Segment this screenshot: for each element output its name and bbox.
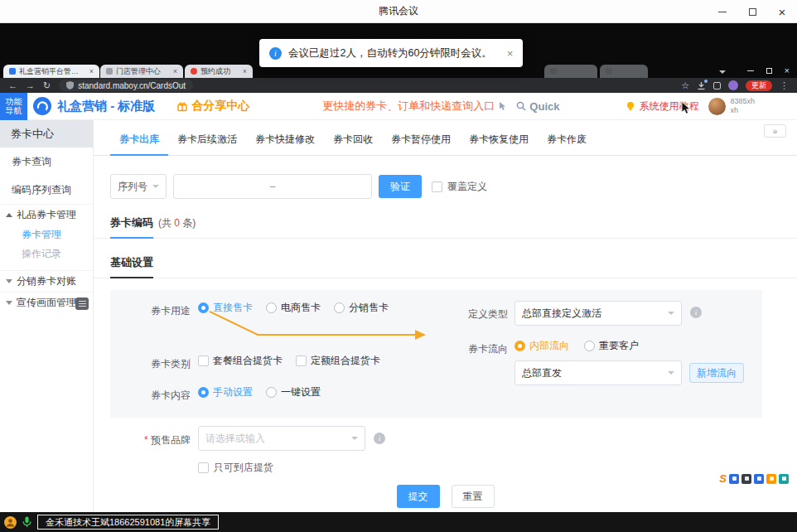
avatar bbox=[708, 98, 726, 115]
sidebar-group-distribution[interactable]: 分销券卡对账 bbox=[0, 270, 93, 292]
tab-search-caret-icon[interactable] bbox=[719, 70, 726, 74]
brand-title: 礼盒营销 - 标准版 bbox=[57, 99, 155, 114]
info-icon[interactable]: i bbox=[374, 433, 385, 444]
bookmark-star-icon[interactable]: ☆ bbox=[681, 81, 689, 90]
presale-brand-label: 预售品牌 bbox=[151, 434, 191, 446]
browser-profile-avatar[interactable] bbox=[728, 80, 738, 90]
browser-addressbar: ← → ↻ standard.maboy.cn/CardsOut ☆ bbox=[0, 78, 797, 93]
ime-icon[interactable] bbox=[779, 474, 789, 484]
checkbox-icon bbox=[296, 355, 307, 366]
ime-icon[interactable] bbox=[766, 474, 776, 484]
serial-type-select[interactable]: 序列号 bbox=[110, 174, 167, 199]
store-pickup-option[interactable]: 只可到店提货 bbox=[198, 461, 797, 475]
radio-off-icon bbox=[266, 387, 277, 398]
extensions-icon[interactable] bbox=[713, 82, 721, 89]
tab-card-activation[interactable]: 券卡后续激活 bbox=[168, 130, 246, 155]
minimize-button[interactable] bbox=[708, 0, 737, 23]
reload-icon[interactable]: ↻ bbox=[43, 81, 51, 90]
add-flow-button[interactable]: 新增流向 bbox=[689, 363, 744, 383]
ime-icon[interactable] bbox=[754, 474, 764, 484]
card-flow-label: 券卡流向 bbox=[468, 342, 508, 356]
tab-close-icon[interactable]: × bbox=[173, 67, 177, 75]
browser-tab-store[interactable]: 门店管理中心 × bbox=[100, 65, 183, 78]
maximize-button[interactable] bbox=[737, 0, 767, 23]
meeting-title: 腾讯会议 bbox=[0, 0, 797, 22]
radio-direct-sale[interactable]: 直接售卡 bbox=[198, 301, 253, 315]
sidebar-item-card-query[interactable]: 券卡查询 bbox=[0, 148, 93, 176]
gift-icon bbox=[176, 100, 188, 112]
radio-distribution-sale[interactable]: 分销售卡 bbox=[334, 301, 389, 315]
tab-card-recycle[interactable]: 券卡回收 bbox=[324, 130, 382, 155]
radio-key-customer[interactable]: 重要客户 bbox=[584, 339, 639, 353]
sidebar-item-card-management[interactable]: 券卡管理 bbox=[0, 225, 93, 244]
chevron-down-icon bbox=[668, 312, 674, 315]
user-account[interactable]: 8385xh xh bbox=[708, 97, 760, 116]
serial-search-row: 序列号 验证 覆盖定义 bbox=[110, 174, 797, 199]
presale-brand-input[interactable] bbox=[205, 433, 351, 444]
promo-link[interactable]: 更快捷的券卡、订单和快递查询入口 bbox=[322, 99, 508, 114]
checkbox-icon bbox=[198, 462, 209, 473]
sidebar-group-gift-cards[interactable]: 礼品券卡管理 bbox=[0, 204, 93, 225]
sidebar-item-operation-log[interactable]: 操作记录 bbox=[0, 244, 93, 264]
browser-minimize-icon[interactable] bbox=[747, 70, 754, 71]
tab-card-quick-edit[interactable]: 券卡快捷修改 bbox=[246, 130, 324, 155]
sidebar-collapse-toggle[interactable] bbox=[75, 297, 89, 310]
flow-target-select[interactable]: 总部直发 bbox=[514, 360, 682, 385]
radio-one-click-setup[interactable]: 一键设置 bbox=[266, 385, 321, 399]
url-box[interactable]: standard.maboy.cn/CardsOut bbox=[59, 80, 193, 91]
settings-panel: 券卡用途 直接售卡 电商售卡 bbox=[110, 290, 762, 418]
usage-label: 券卡用途 bbox=[110, 304, 191, 318]
tab-close-icon[interactable]: × bbox=[243, 67, 247, 75]
verify-button[interactable]: 验证 bbox=[379, 175, 422, 198]
browser-menu-icon[interactable]: ⋮ bbox=[780, 81, 789, 90]
checkbox-fixed-combo-pickup-card[interactable]: 定额组合提货卡 bbox=[296, 354, 380, 368]
sidebar-item-code-query[interactable]: 编码序列查询 bbox=[0, 176, 93, 204]
tab-card-resume[interactable]: 券卡恢复使用 bbox=[460, 130, 538, 155]
browser-tab-partial[interactable] bbox=[600, 65, 648, 78]
card-tabs: 券卡出库 券卡后续激活 券卡快捷修改 券卡回收 券卡暂停使用 券卡恢复使用 券卡… bbox=[94, 130, 797, 156]
close-button[interactable]: × bbox=[767, 0, 797, 23]
site-shield-icon bbox=[66, 81, 74, 89]
ime-toolbar: S bbox=[719, 473, 789, 484]
tab-card-void[interactable]: 券卡作废 bbox=[538, 130, 596, 155]
submit-button[interactable]: 提交 bbox=[397, 485, 440, 508]
ime-icon[interactable] bbox=[729, 474, 739, 484]
tab-card-outbound[interactable]: 券卡出库 bbox=[110, 130, 168, 156]
serial-range-input[interactable] bbox=[173, 174, 372, 199]
reset-button[interactable]: 重置 bbox=[452, 485, 495, 508]
presenter-icon bbox=[4, 516, 17, 529]
override-definition-option[interactable]: 覆盖定义 bbox=[432, 180, 487, 194]
browser-tab-partial[interactable] bbox=[544, 65, 597, 78]
tab-close-icon[interactable]: × bbox=[89, 67, 94, 75]
forward-icon[interactable]: → bbox=[26, 81, 35, 90]
toast-close-icon[interactable]: × bbox=[507, 47, 514, 60]
downloads-icon[interactable] bbox=[697, 81, 706, 90]
panel-collapse-button[interactable]: » bbox=[764, 124, 786, 138]
radio-off-icon bbox=[334, 302, 345, 313]
tab-favicon bbox=[606, 68, 612, 75]
tab-card-suspend[interactable]: 券卡暂停使用 bbox=[382, 130, 460, 155]
browser-tab-marketing[interactable]: 礼盒营销平台管理中心 × bbox=[3, 65, 99, 78]
browser-update-button[interactable]: 更新 bbox=[746, 80, 772, 91]
back-icon[interactable]: ← bbox=[8, 81, 17, 90]
radio-ecommerce-sale[interactable]: 电商售卡 bbox=[266, 301, 321, 315]
radio-manual-setup[interactable]: 手动设置 bbox=[198, 385, 253, 399]
ime-logo-icon[interactable]: S bbox=[719, 473, 727, 484]
definition-type-select[interactable]: 总部直接定义激活 bbox=[514, 301, 682, 326]
browser-maximize-icon[interactable] bbox=[766, 68, 772, 74]
checkbox-combo-pickup-card[interactable]: 套餐组合提货卡 bbox=[198, 354, 283, 368]
ime-icon[interactable] bbox=[741, 474, 751, 484]
close-icon: × bbox=[779, 6, 786, 18]
function-nav-badge[interactable]: 功能导航 bbox=[0, 93, 27, 120]
browser-tab-booking[interactable]: 预约成功 × bbox=[185, 65, 253, 78]
radio-internal-flow[interactable]: 内部流向 bbox=[514, 339, 569, 353]
basic-settings-section: 基础设置 bbox=[94, 255, 797, 278]
share-center-link[interactable]: 合分享中心 bbox=[176, 99, 249, 114]
presale-brand-select[interactable] bbox=[198, 426, 365, 451]
card-codes-section: 券卡编码 (共 0 条) bbox=[94, 215, 797, 239]
browser-close-icon[interactable]: × bbox=[785, 66, 790, 75]
minimize-icon bbox=[718, 12, 727, 12]
quick-search[interactable]: Quick bbox=[516, 100, 559, 113]
toast-message: 会议已超过2人，自动转为60分钟限时会议。 bbox=[288, 46, 492, 60]
info-icon[interactable]: i bbox=[690, 307, 702, 318]
